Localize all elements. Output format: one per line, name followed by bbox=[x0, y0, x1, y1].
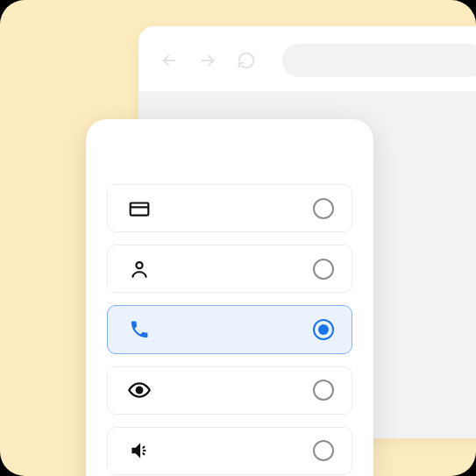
radio-unchecked[interactable] bbox=[313, 198, 334, 219]
option-volume[interactable] bbox=[107, 427, 352, 475]
address-bar[interactable] bbox=[282, 44, 476, 77]
phone-icon bbox=[127, 317, 152, 342]
svg-point-2 bbox=[136, 262, 142, 268]
volume-icon bbox=[127, 438, 152, 463]
svg-point-3 bbox=[137, 387, 143, 394]
radio-unchecked[interactable] bbox=[313, 440, 334, 461]
option-credit-card[interactable] bbox=[107, 184, 352, 232]
radio-unchecked[interactable] bbox=[313, 259, 334, 280]
canvas bbox=[0, 0, 476, 476]
credit-card-icon bbox=[127, 196, 152, 221]
option-eye[interactable] bbox=[107, 366, 352, 415]
eye-icon bbox=[127, 378, 152, 402]
back-icon[interactable] bbox=[160, 51, 179, 70]
option-person[interactable] bbox=[107, 245, 352, 293]
radio-checked[interactable] bbox=[313, 319, 334, 340]
reload-icon[interactable] bbox=[237, 51, 256, 70]
person-icon bbox=[127, 257, 152, 281]
options-panel bbox=[86, 119, 373, 476]
option-phone[interactable] bbox=[107, 305, 352, 353]
browser-toolbar bbox=[139, 26, 476, 91]
forward-icon[interactable] bbox=[198, 51, 217, 70]
svg-rect-0 bbox=[131, 202, 149, 215]
radio-unchecked[interactable] bbox=[313, 380, 334, 401]
